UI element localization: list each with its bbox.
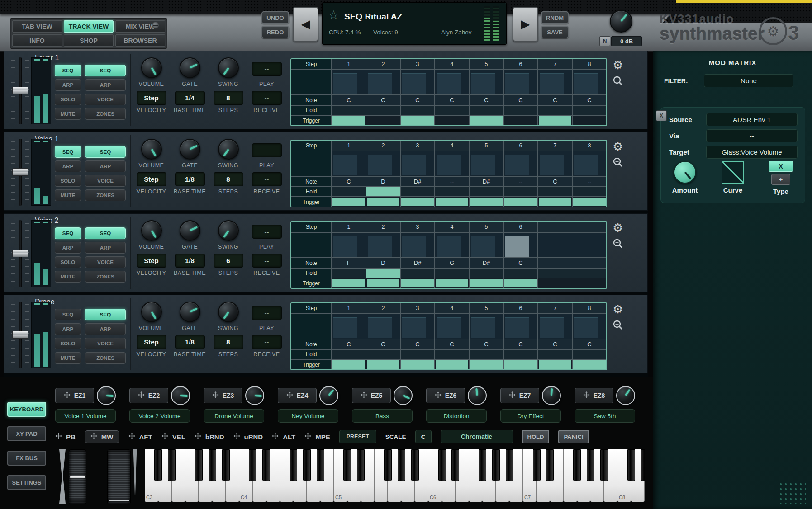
voice-2-velocity-cell-1[interactable] [332, 233, 366, 257]
drone-hold-cell-6[interactable] [504, 350, 537, 359]
voice-2-velocity-cell-6[interactable] [504, 233, 537, 257]
voice-1-velocity-cell-1[interactable] [332, 151, 366, 176]
layer-1-trigger-cell-5[interactable] [470, 116, 503, 125]
ez-button-ez2[interactable]: EZ2 [129, 388, 168, 403]
drone-zones-2-button[interactable]: ZONES [85, 352, 126, 364]
ez-assignment-ez3[interactable]: Drone Volume [204, 409, 264, 423]
voice-2-seq-button[interactable]: SEQ [55, 227, 81, 239]
voice-1-trigger-cell-3[interactable] [401, 197, 434, 207]
black-key-g-4[interactable] [303, 449, 311, 481]
undo-button[interactable]: UNDO [261, 11, 289, 24]
black-key-g-6[interactable] [492, 449, 500, 481]
drone-receive-box[interactable]: -- [252, 335, 282, 349]
voice-2-hold-cell-1[interactable] [332, 269, 366, 278]
drone-velocity-cell-6[interactable] [504, 314, 537, 339]
black-key-a-5[interactable] [411, 449, 419, 481]
layer-1-hold-cell-3[interactable] [401, 106, 434, 115]
layer-1-solo-button[interactable]: SOLO [55, 94, 81, 105]
perf-item-alt[interactable]: ALT [272, 433, 295, 441]
layer-1-hold-cell-2[interactable] [366, 106, 400, 115]
voice-2-velocity-mode-box[interactable]: Step [137, 254, 166, 268]
voice-1-gate-knob[interactable] [180, 139, 200, 160]
hold-button[interactable]: HOLD [522, 430, 550, 443]
voice-1-trigger-cell-7[interactable] [538, 197, 572, 207]
drone-note-cell-1[interactable]: C [332, 339, 366, 349]
tab-info[interactable]: INFO [12, 34, 62, 47]
layer-1-note-cell-7[interactable]: C [538, 95, 572, 105]
voice-2-play-box[interactable]: -- [252, 225, 282, 239]
black-key-f-3[interactable] [195, 449, 203, 481]
drone-arp-button[interactable]: ARP [55, 323, 81, 335]
voice-1-hold-cell-4[interactable] [435, 187, 469, 196]
ez-knob-ez4[interactable] [319, 386, 338, 405]
layer-1-zones-2-button[interactable]: ZONES [85, 108, 126, 120]
ez-assignment-ez8[interactable]: Saw 5th [575, 409, 635, 423]
voice-1-hold-cell-2[interactable] [366, 187, 400, 196]
perf-item-mw[interactable]: MW [85, 430, 119, 443]
voice-1-note-cell-7[interactable]: C [538, 177, 572, 186]
layer-1-note-cell-5[interactable]: C [470, 95, 503, 105]
layer-1-trigger-cell-3[interactable] [401, 116, 434, 125]
drone-steps-box[interactable]: 8 [214, 335, 243, 349]
voice-2-velocity-cell-2[interactable] [366, 233, 400, 257]
ez-assignment-ez2[interactable]: Voice 2 Volume [129, 409, 190, 423]
voice-2-trigger-cell-3[interactable] [401, 278, 434, 288]
voice-1-velocity-cell-3[interactable] [401, 151, 434, 176]
voice-1-hold-cell-5[interactable] [470, 187, 503, 196]
scale-type-dropdown[interactable]: Chromatic [441, 430, 513, 443]
side-button-xy-pad[interactable]: XY PAD [7, 426, 46, 441]
layer-1-velocity-cell-1[interactable] [332, 70, 366, 94]
layer-1-arp-2-button[interactable]: ARP [85, 79, 126, 91]
via-dropdown[interactable]: -- [706, 129, 798, 142]
voice-2-swing-knob[interactable] [218, 220, 239, 241]
layer-1-hold-cell-6[interactable] [504, 106, 537, 115]
voice-1-velocity-cell-8[interactable] [573, 151, 606, 176]
track-fader-voice-1[interactable] [10, 139, 30, 206]
layer-1-trigger-cell-6[interactable] [504, 116, 537, 125]
type-multiply-button[interactable]: X [769, 161, 793, 172]
voice-2-note-cell-1[interactable]: F [332, 258, 366, 268]
drone-seq-button[interactable]: SEQ [55, 309, 81, 320]
voice-1-arp-button[interactable]: ARP [55, 160, 81, 172]
voice-2-gate-knob[interactable] [180, 220, 200, 241]
black-key-c-5[interactable] [343, 449, 351, 481]
layer-1-velocity-cell-3[interactable] [401, 70, 434, 94]
voice-2-trigger-cell-1[interactable] [332, 278, 366, 288]
drone-note-cell-6[interactable]: C [504, 339, 537, 349]
layer-1-note-cell-6[interactable]: C [504, 95, 537, 105]
drone-note-cell-7[interactable]: C [538, 339, 572, 349]
black-key-d-7[interactable] [546, 449, 554, 481]
black-key-c-6[interactable] [438, 449, 446, 481]
voice-1-hold-cell-6[interactable] [504, 187, 537, 196]
mod-slot-delete-button[interactable]: X [656, 110, 667, 121]
voice-1-play-box[interactable]: -- [252, 143, 282, 157]
black-key-g-5[interactable] [398, 449, 405, 481]
tab-tab-view[interactable]: TAB VIEW [12, 20, 62, 33]
voice-1-trigger-cell-1[interactable] [332, 197, 366, 207]
source-dropdown[interactable]: ADSR Env 1 [706, 113, 798, 126]
voice-1-velocity-cell-5[interactable] [470, 151, 503, 176]
voice-2-seq-2-button[interactable]: SEQ [85, 227, 126, 239]
panic-button[interactable]: PANIC! [558, 430, 589, 443]
side-button-keyboard[interactable]: KEYBOARD [7, 402, 46, 417]
drone-trigger-cell-4[interactable] [435, 360, 469, 369]
voice-1-hold-cell-8[interactable] [573, 187, 606, 196]
voice-2-arp-button[interactable]: ARP [55, 242, 81, 254]
magnifier-plus-icon[interactable] [613, 238, 623, 251]
drone-hold-cell-4[interactable] [435, 350, 469, 359]
voice-2-voice-2-button[interactable]: VOICE [85, 256, 126, 268]
drone-swing-knob[interactable] [218, 302, 239, 322]
drone-volume-knob[interactable] [141, 302, 162, 322]
voice-2-arp-2-button[interactable]: ARP [85, 242, 126, 254]
magnifier-plus-icon[interactable] [613, 320, 623, 332]
drone-base-time-box[interactable]: 1/8 [175, 335, 205, 349]
ez-button-ez6[interactable]: EZ6 [426, 388, 465, 403]
voice-2-solo-button[interactable]: SOLO [55, 256, 81, 268]
voice-2-hold-cell-6[interactable] [504, 269, 537, 278]
voice-1-velocity-cell-7[interactable] [538, 151, 572, 176]
drone-seq-2-button[interactable]: SEQ [85, 309, 126, 320]
perf-item-mpe[interactable]: MPE [304, 433, 330, 441]
ez-button-ez5[interactable]: EZ5 [352, 388, 391, 403]
layer-1-trigger-cell-4[interactable] [435, 116, 469, 125]
black-key-a-6[interactable] [506, 449, 513, 481]
